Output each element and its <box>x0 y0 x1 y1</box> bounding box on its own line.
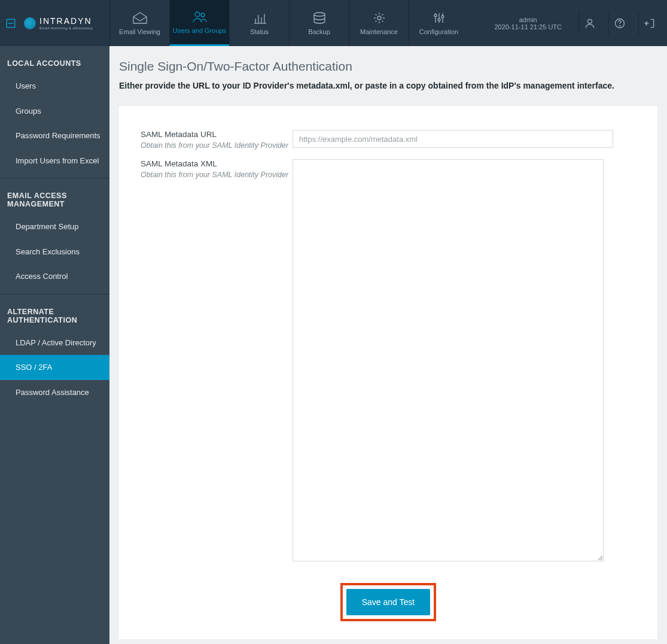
sidebar-item-password-assistance[interactable]: Password Assistance <box>0 380 109 405</box>
tab-label: Backup <box>308 28 330 35</box>
main-content: Single Sign-On/Two-Factor Authentication… <box>109 46 667 644</box>
help-icon[interactable] <box>608 11 630 35</box>
page-title: Single Sign-On/Two-Factor Authentication <box>119 59 657 74</box>
tab-label: Status <box>250 28 269 35</box>
tab-label: Users and Groups <box>173 27 226 34</box>
svg-point-16 <box>441 16 444 18</box>
tab-email-viewing[interactable]: Email Viewing <box>109 0 169 46</box>
svg-point-2 <box>195 12 200 17</box>
menu-toggle-icon[interactable] <box>5 17 17 29</box>
sidebar-item-password-requirements[interactable]: Password Requirements <box>0 123 109 148</box>
saml-xml-textarea[interactable] <box>293 159 604 561</box>
highlight-box: Save and Test <box>340 583 436 621</box>
saml-url-input[interactable] <box>293 130 613 148</box>
tab-maintenance[interactable]: Maintenance <box>349 0 409 46</box>
svg-point-19 <box>619 25 620 26</box>
svg-point-3 <box>201 13 205 17</box>
user-icon[interactable] <box>578 11 600 35</box>
brand-dot-icon <box>24 17 36 29</box>
saml-url-hint: Obtain this from your SAML Identity Prov… <box>141 141 293 150</box>
sidebar-item-department-setup[interactable]: Department Setup <box>0 214 109 239</box>
svg-point-9 <box>314 13 325 16</box>
tab-label: Configuration <box>419 28 458 35</box>
user-info: admin 2020-11-11 21:25 UTC <box>486 16 570 31</box>
sidebar-item-search-exclusions[interactable]: Search Exclusions <box>0 239 109 265</box>
tab-configuration[interactable]: Configuration <box>409 0 468 46</box>
tab-label: Email Viewing <box>119 28 160 35</box>
svg-point-14 <box>434 14 437 17</box>
tab-status[interactable]: Status <box>229 0 289 46</box>
sidebar-item-sso-2fa[interactable]: SSO / 2FA <box>0 355 109 380</box>
saml-xml-label: SAML Metadata XML <box>141 159 293 168</box>
sidebar-item-ldap[interactable]: LDAP / Active Directory <box>0 330 109 356</box>
sidebar-section-title: ALTERNATE AUTHENTICATION <box>0 294 109 330</box>
sidebar-item-access-control[interactable]: Access Control <box>0 264 109 289</box>
brand-name: INTRADYN <box>39 17 93 25</box>
user-timestamp: 2020-11-11 21:25 UTC <box>494 23 562 31</box>
form-card: SAML Metadata URL Obtain this from your … <box>119 106 657 639</box>
logout-icon[interactable] <box>638 11 660 35</box>
sidebar-item-users[interactable]: Users <box>0 74 109 99</box>
svg-point-17 <box>587 19 592 23</box>
brand-subtitle: Email Archiving & eDiscovery <box>39 26 93 30</box>
sidebar-item-import-users[interactable]: Import Users from Excel <box>0 148 109 174</box>
top-nav-right: admin 2020-11-11 21:25 UTC <box>486 0 667 46</box>
top-nav-left: INTRADYN Email Archiving & eDiscovery <box>0 0 109 46</box>
top-nav-tabs: Email Viewing Users and Groups Status Ba… <box>109 0 468 46</box>
tab-backup[interactable]: Backup <box>289 0 349 46</box>
user-name: admin <box>519 16 537 23</box>
svg-point-10 <box>377 16 381 20</box>
save-and-test-button[interactable]: Save and Test <box>346 589 430 615</box>
top-nav: INTRADYN Email Archiving & eDiscovery Em… <box>0 0 667 46</box>
saml-xml-hint: Obtain this from your SAML Identity Prov… <box>141 171 293 179</box>
sidebar: LOCAL ACCOUNTS Users Groups Password Req… <box>0 46 109 644</box>
sidebar-section-title: EMAIL ACCESS MANAGEMENT <box>0 178 109 214</box>
saml-url-label: SAML Metadata URL <box>141 130 293 139</box>
page-description: Either provide the URL to your ID Provid… <box>119 81 657 90</box>
sidebar-section-title: LOCAL ACCOUNTS <box>0 46 109 74</box>
tab-label: Maintenance <box>360 28 398 35</box>
sidebar-item-groups[interactable]: Groups <box>0 99 109 124</box>
svg-point-15 <box>438 19 440 21</box>
tab-users-groups[interactable]: Users and Groups <box>169 0 229 46</box>
brand-logo[interactable]: INTRADYN Email Archiving & eDiscovery <box>24 17 93 30</box>
